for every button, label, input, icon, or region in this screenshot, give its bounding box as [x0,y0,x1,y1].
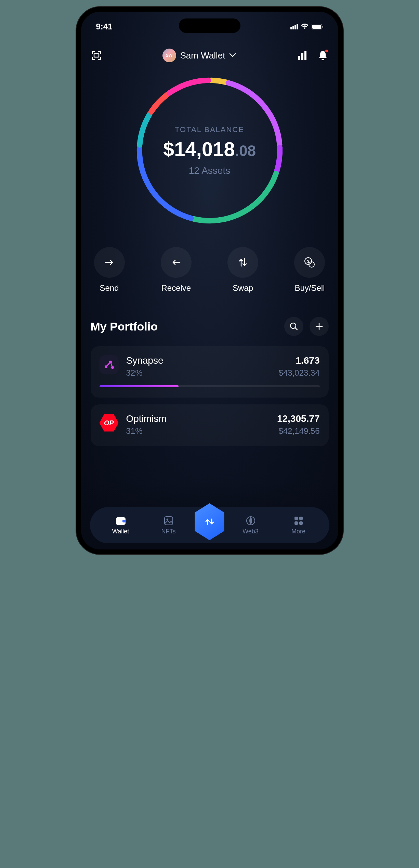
svg-rect-2 [322,26,323,28]
asset-card[interactable]: OP Optimism 31% 12,305.77 $42,149.56 [91,404,329,446]
svg-rect-20 [299,517,303,520]
action-receive: Receive [161,247,192,293]
nav-web3-label: Web3 [243,528,259,535]
nav-more[interactable]: More [275,516,323,535]
asset-amount: 1.673 [278,355,319,366]
app-header: SW Sam Wallet [91,49,329,62]
receive-button[interactable] [161,247,192,278]
grid-icon [293,516,304,526]
status-icons [290,24,323,30]
wifi-icon [301,24,309,30]
svg-rect-15 [122,520,126,522]
wallet-selector[interactable]: SW Sam Wallet [162,49,236,62]
avatar-initials: SW [166,53,172,58]
asset-usd: $43,023.34 [278,368,319,378]
balance-center: TOTAL BALANCE $14,018.08 12 Assets [163,125,256,176]
notification-dot [325,49,329,53]
globe-icon [246,516,256,526]
donut-segment [140,114,149,145]
asset-card[interactable]: Synapse 32% 1.673 $43,023.34 [91,346,329,398]
nav-center-button[interactable] [193,503,227,540]
status-time: 9:41 [96,22,113,31]
search-button[interactable] [284,317,303,336]
donut-segment [193,173,276,221]
balance-cents: .08 [235,142,256,159]
svg-rect-4 [298,56,300,60]
wallet-name: Sam Wallet [180,50,225,61]
svg-rect-19 [294,517,298,520]
asset-progress [100,385,320,387]
swap-label: Swap [233,283,253,293]
send-label: Send [100,283,119,293]
donut-segment [277,147,280,171]
asset-usd: $42,149.56 [277,426,320,436]
svg-rect-21 [294,521,298,525]
receive-label: Receive [161,283,191,293]
avatar: SW [162,49,176,62]
portfolio-title: My Portfolio [91,320,158,333]
send-button[interactable] [94,247,125,278]
buysell-label: Buy/Sell [294,283,325,293]
action-send: Send [94,247,125,293]
chevron-down-icon [229,52,236,59]
action-swap: Swap [227,247,258,293]
bottom-nav: Wallet NFTs Web3 More [90,507,329,543]
nav-nfts-label: NFTs [161,528,176,535]
asset-amount: 12,305.77 [277,413,320,424]
assets-count: 12 Assets [163,165,256,176]
wallet-icon [116,516,126,526]
chart-bars-icon[interactable] [297,50,308,61]
cellular-icon [290,24,298,29]
asset-list: Synapse 32% 1.673 $43,023.34 OP Optimism… [91,346,329,446]
image-icon [163,516,174,526]
dynamic-island [179,18,240,33]
nav-wallet-label: Wallet [112,528,129,535]
nav-nfts[interactable]: NFTs [145,516,193,535]
donut-segment [169,80,208,93]
svg-rect-1 [312,25,321,29]
donut-segment [211,80,226,82]
add-button[interactable] [310,317,329,336]
balance-amount: $14,018.08 [163,138,256,160]
svg-rect-5 [301,53,303,60]
scan-icon[interactable] [91,50,102,61]
phone-frame: 9:41 SW Sam Wallet [76,7,343,554]
nav-web3[interactable]: Web3 [227,516,275,535]
svg-rect-3 [94,54,99,57]
asset-percent: 31% [126,426,277,436]
notifications-icon[interactable] [317,50,329,61]
action-buysell: $ Buy/Sell [294,247,325,293]
svg-rect-22 [299,521,303,525]
swap-button[interactable] [227,247,258,278]
nav-wallet[interactable]: Wallet [97,516,145,535]
asset-percent: 32% [126,368,279,378]
balance-label: TOTAL BALANCE [163,125,256,134]
balance-whole: 14,018 [174,138,235,160]
svg-rect-16 [165,517,173,525]
balance-donut: TOTAL BALANCE $14,018.08 12 Assets [91,73,329,229]
buysell-button[interactable]: $ [294,247,325,278]
portfolio-header: My Portfolio [91,317,329,336]
donut-segment [151,94,167,112]
svg-point-17 [166,518,168,520]
phone-screen: 9:41 SW Sam Wallet [81,12,338,549]
actions-row: Send Receive Swap $ Buy/Sell [91,247,329,293]
synapse-icon [100,355,119,374]
svg-rect-6 [304,51,306,60]
asset-name: Optimism [126,413,277,424]
asset-name: Synapse [126,355,279,366]
battery-icon [312,24,323,29]
optimism-icon: OP [100,413,119,432]
nav-more-label: More [291,528,305,535]
balance-currency: $ [163,138,174,160]
